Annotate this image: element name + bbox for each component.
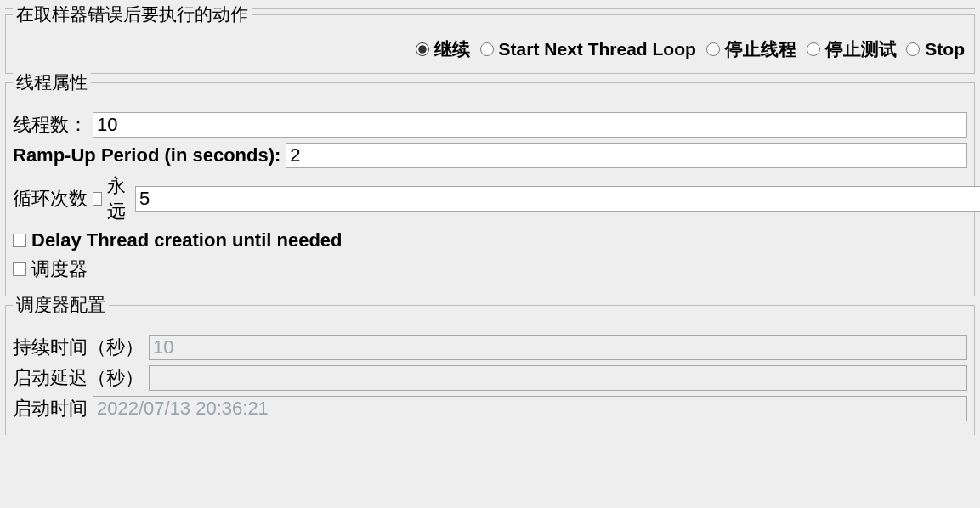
thread-properties-group: 线程属性 线程数： Ramp-Up Period (in seconds): 循… [5,82,975,296]
radio-stop-thread-input[interactable] [706,42,720,56]
forever-checkbox-label: 永远 [107,173,130,224]
scheduler-checkbox-label: 调度器 [31,257,88,282]
scheduler-row: 调度器 [13,257,967,282]
radio-start-next-label: Start Next Thread Loop [499,39,696,59]
on-sampler-error-group: 在取样器错误后要执行的动作 继续 Start Next Thread Loop … [5,14,975,74]
delay-thread-checkbox-input[interactable] [13,234,26,247]
radio-stop-test-label: 停止测试 [825,37,897,61]
ramp-up-label: Ramp-Up Period (in seconds): [13,144,286,167]
radio-stop-thread[interactable]: 停止线程 [706,37,796,61]
radio-stop-test[interactable]: 停止测试 [807,37,897,61]
delay-thread-checkbox[interactable]: Delay Thread creation until needed [13,229,348,251]
thread-properties-legend: 线程属性 [13,71,91,94]
scheduler-config-group: 调度器配置 持续时间（秒） 启动延迟（秒） 启动时间 [5,305,975,435]
loop-count-input[interactable] [135,186,980,212]
radio-start-next-input[interactable] [480,42,494,56]
scheduler-config-legend: 调度器配置 [13,293,109,317]
radio-stop-test-now[interactable]: Stop [906,39,965,59]
radio-stop-test-input[interactable] [807,42,820,56]
delay-thread-checkbox-label: Delay Thread creation until needed [31,229,343,251]
radio-continue-label: 继续 [434,37,470,61]
num-threads-input[interactable] [93,112,967,138]
num-threads-label: 线程数： [13,112,93,138]
radio-stop-thread-label: 停止线程 [725,37,796,61]
on-sampler-error-legend: 在取样器错误后要执行的动作 [13,3,252,26]
duration-label: 持续时间（秒） [13,335,149,360]
radio-continue-input[interactable] [416,42,429,56]
startup-delay-input[interactable] [149,365,967,391]
duration-row: 持续时间（秒） [13,335,967,360]
loop-count-row: 循环次数 永远 [13,173,967,224]
start-time-input[interactable] [93,396,967,421]
on-error-radio-row: 继续 Start Next Thread Loop 停止线程 停止测试 Stop [13,34,967,65]
start-time-label: 启动时间 [13,396,93,421]
ramp-up-input[interactable] [286,143,967,168]
loop-count-label: 循环次数 [13,186,93,212]
forever-checkbox[interactable]: 永远 [93,173,135,224]
startup-delay-row: 启动延迟（秒） [13,365,967,391]
ramp-up-row: Ramp-Up Period (in seconds): [13,143,967,168]
num-threads-row: 线程数： [13,112,967,138]
start-time-row: 启动时间 [13,396,967,421]
delay-thread-row: Delay Thread creation until needed [13,229,967,251]
radio-stop-test-now-label: Stop [925,39,965,59]
radio-start-next[interactable]: Start Next Thread Loop [480,39,696,59]
scheduler-checkbox[interactable]: 调度器 [13,257,93,282]
radio-continue[interactable]: 继续 [416,37,470,61]
scheduler-checkbox-input[interactable] [13,262,26,276]
duration-input[interactable] [149,335,967,360]
startup-delay-label: 启动延迟（秒） [13,365,149,391]
forever-checkbox-input[interactable] [93,192,102,206]
radio-stop-test-now-input[interactable] [906,42,920,56]
